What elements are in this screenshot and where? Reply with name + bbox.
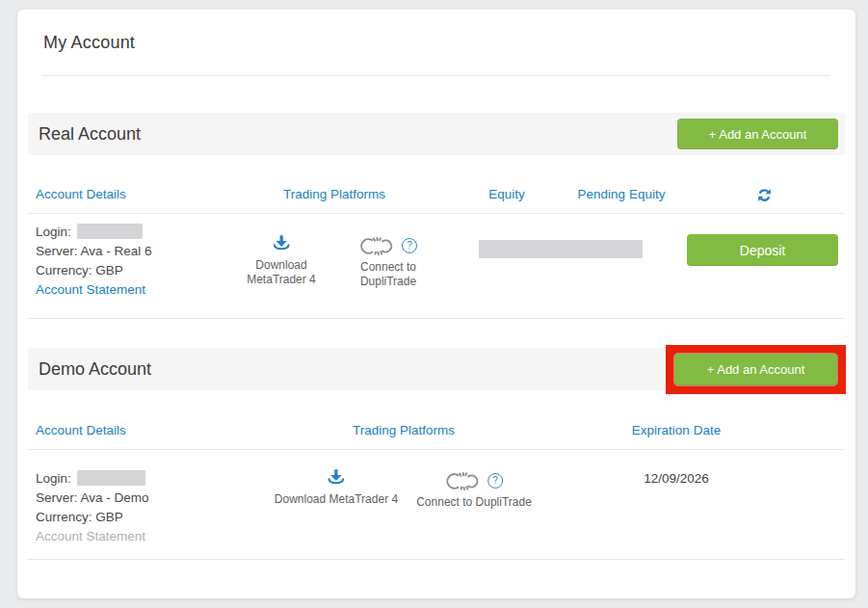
demo-connect-duplitrade[interactable]: ? Connect to DupliTrade [416, 470, 532, 510]
expiration-date-value: 12/09/2026 [644, 471, 709, 486]
real-mt4-label-line2: MetaTrader 4 [247, 273, 316, 287]
demo-column-account-details: Account Details [36, 423, 126, 437]
real-dupli-label-line1: Connect to [359, 260, 417, 275]
demo-login-value-redacted [77, 470, 145, 486]
real-section-bottom-divider [27, 318, 845, 319]
real-login-line: Login: [36, 223, 152, 242]
demo-server-line: Server: Ava - Demo [36, 489, 149, 508]
real-currency-line: Currency: GBP [36, 261, 152, 280]
highlight-box: + Add an Account [666, 345, 846, 394]
real-dupli-label-line2: DupliTrade [359, 275, 417, 289]
my-account-page: { "page": { "title": "My Account" }, "re… [0, 0, 868, 608]
real-mt4-label-line1: Download [247, 258, 316, 273]
demo-section-bottom-divider [27, 559, 845, 560]
demo-login-line: Login: [36, 469, 149, 489]
demo-account-title: Demo Account [39, 359, 151, 380]
real-table-divider [27, 213, 845, 214]
refresh-equity-button[interactable] [756, 187, 773, 203]
download-icon [275, 467, 398, 489]
real-column-trading-platforms: Trading Platforms [283, 187, 385, 201]
demo-download-mt4[interactable]: Download MetaTrader 4 [275, 467, 398, 507]
real-account-details: Login: Server: Ava - Real 6 Currency: GB… [36, 223, 152, 300]
demo-column-expiration-date: Expiration Date [632, 423, 721, 437]
refresh-icon [756, 187, 773, 203]
real-column-equity: Equity [488, 187, 525, 201]
demo-currency-line: Currency: GBP [36, 508, 149, 527]
real-column-pending-equity: Pending Equity [578, 187, 666, 201]
real-account-title: Real Account [39, 124, 141, 145]
demo-mt4-label: Download MetaTrader 4 [275, 492, 398, 507]
my-account-card: My Account Real Account + Add an Account… [17, 10, 855, 598]
real-account-statement-link[interactable]: Account Statement [36, 280, 152, 300]
demo-column-trading-platforms: Trading Platforms [353, 423, 455, 437]
help-icon[interactable]: ? [402, 238, 417, 253]
real-login-label: Login: [36, 225, 71, 239]
page-title: My Account [43, 33, 135, 53]
help-icon[interactable]: ? [487, 473, 503, 489]
real-download-mt4[interactable]: Download MetaTrader 4 [247, 233, 316, 287]
demo-account-details: Login: Server: Ava - Demo Currency: GBP … [36, 469, 149, 546]
demo-add-account-button[interactable]: + Add an Account [674, 354, 837, 385]
deposit-button[interactable]: Deposit [687, 234, 838, 266]
real-account-header-bar: Real Account + Add an Account [28, 113, 845, 155]
real-connect-duplitrade[interactable]: ? Connect to DupliTrade [359, 235, 417, 289]
real-add-account-button[interactable]: + Add an Account [677, 119, 838, 149]
duplitrade-icon [445, 471, 484, 491]
equity-value-redacted [479, 240, 643, 258]
duplitrade-icon [359, 236, 398, 256]
download-icon [247, 233, 316, 254]
demo-account-statement-link: Account Statement [36, 527, 149, 546]
real-login-value-redacted [77, 224, 143, 239]
demo-login-label: Login: [36, 471, 71, 486]
title-divider [42, 75, 830, 76]
real-column-account-details: Account Details [36, 187, 126, 201]
demo-dupli-label: Connect to DupliTrade [416, 495, 532, 510]
demo-table-divider [27, 449, 845, 450]
real-server-line: Server: Ava - Real 6 [36, 242, 152, 261]
